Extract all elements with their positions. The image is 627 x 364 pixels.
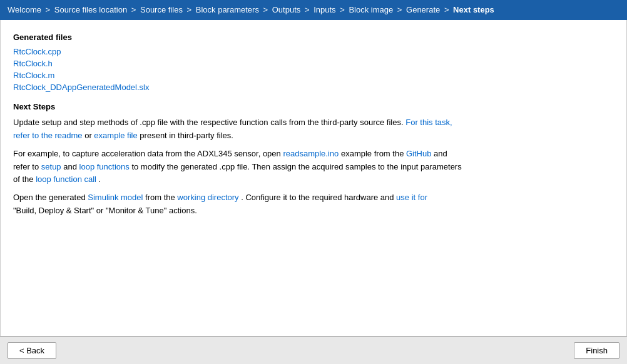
p2-link-setup[interactable]: setup [41, 162, 61, 171]
p1-link-for-this-task[interactable]: For this task, [405, 118, 452, 127]
breadcrumb-outputs[interactable]: Outputs [272, 5, 301, 14]
file-link-cpp[interactable]: RtcClock.cpp [13, 47, 614, 56]
breadcrumb-block-image[interactable]: Block image [349, 5, 393, 14]
breadcrumb-sep-8: > [444, 5, 451, 14]
next-steps-paragraph-2: For example, to capture acceleration dat… [13, 148, 614, 186]
file-link-m[interactable]: RtcClock.m [13, 71, 614, 80]
p3-link-working-dir[interactable]: working directory [177, 193, 238, 202]
file-link-h[interactable]: RtcClock.h [13, 59, 614, 68]
next-steps-paragraph-1: Update setup and step methods of .cpp fi… [13, 116, 614, 143]
breadcrumb-sep-1: > [46, 5, 53, 14]
next-steps-title: Next Steps [13, 102, 614, 111]
main-content: Generated files RtcClock.cpp RtcClock.h … [0, 20, 627, 336]
breadcrumb-generate[interactable]: Generate [406, 5, 440, 14]
p2-link-github[interactable]: GitHub [406, 149, 431, 158]
p2-text-2: example from the [341, 149, 406, 158]
p2-text-1: For example, to capture acceleration dat… [13, 149, 283, 158]
breadcrumb-welcome[interactable]: Welcome [8, 5, 41, 14]
p1-text-1: Update setup and step methods of .cpp fi… [13, 118, 404, 127]
breadcrumb-bar: Welcome > Source files location > Source… [0, 0, 627, 20]
p3-text-2: from the [145, 193, 177, 202]
breadcrumb-sep-7: > [397, 5, 404, 14]
p2-text-6: to modify the generated .cpp file. Then … [131, 162, 461, 171]
p2-link-loop-call[interactable]: loop function call [36, 174, 96, 184]
breadcrumb-sep-6: > [340, 5, 347, 14]
breadcrumb-sep-5: > [305, 5, 312, 14]
p1-text-or: or [84, 131, 94, 140]
p3-text-1: Open the generated [13, 193, 88, 202]
p3-link-use[interactable]: use it for [396, 193, 427, 202]
finish-button[interactable]: Finish [574, 342, 619, 359]
p2-text-7: of the [13, 174, 36, 184]
file-link-slx[interactable]: RtcClock_DDAppGeneratedModel.slx [13, 83, 614, 92]
p3-text-3: . Configure it to the required hardware … [241, 193, 396, 202]
p3-link-simulink[interactable]: Simulink model [88, 193, 143, 202]
breadcrumb-source-files[interactable]: Source files [140, 5, 183, 14]
breadcrumb-source-files-location[interactable]: Source files location [54, 5, 127, 14]
breadcrumb-current: Next steps [453, 5, 494, 14]
p2-link-loop[interactable]: loop functions [79, 162, 130, 171]
p1-link-readme[interactable]: refer to the readme [13, 131, 83, 140]
footer: < Back Finish [0, 336, 627, 364]
p3-text-4: "Build, Deploy & Start" or "Monitor & Tu… [13, 206, 197, 215]
generated-files-title: Generated files [13, 33, 614, 42]
breadcrumb-sep-3: > [187, 5, 194, 14]
p2-link-readsample[interactable]: readsample.ino [283, 149, 339, 158]
breadcrumb-inputs[interactable]: Inputs [314, 5, 335, 14]
p2-text-8: . [99, 174, 101, 184]
p2-text-3: and [434, 149, 447, 158]
p1-link-example[interactable]: example file [94, 131, 137, 140]
breadcrumb-block-parameters[interactable]: Block parameters [196, 5, 259, 14]
next-steps-paragraph-3: Open the generated Simulink model from t… [13, 191, 614, 218]
p2-text-5: and [63, 162, 79, 171]
p2-text-4: refer to [13, 162, 41, 171]
back-button[interactable]: < Back [8, 342, 56, 359]
breadcrumb-sep-4: > [263, 5, 270, 14]
breadcrumb-sep-2: > [131, 5, 138, 14]
p1-text-present: present in third-party files. [140, 131, 233, 140]
